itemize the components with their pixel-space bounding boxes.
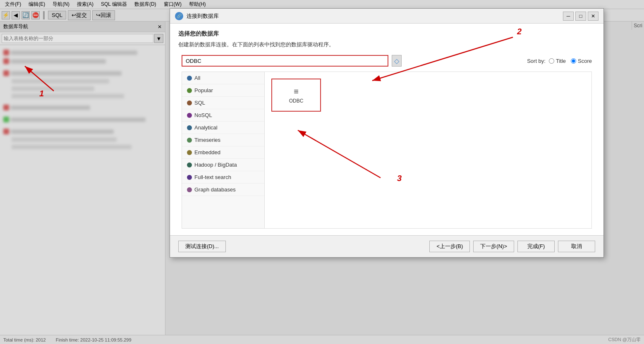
category-all-label: All	[194, 75, 200, 81]
odbc-name: ODBC	[289, 98, 304, 104]
category-list: All Popular SQL NoSQL Analytical	[182, 72, 265, 228]
search-wrapper	[182, 55, 388, 67]
driver-odbc-card[interactable]: ≡ ODBC	[271, 79, 321, 112]
category-popular-label: Popular	[194, 87, 213, 93]
sort-radio-group: Title Score	[549, 58, 592, 64]
category-popular[interactable]: Popular	[182, 84, 264, 97]
category-nosql[interactable]: NoSQL	[182, 109, 264, 122]
category-graph[interactable]: Graph databases	[182, 184, 264, 196]
category-nosql-label: NoSQL	[194, 112, 212, 118]
category-all-icon	[187, 76, 192, 81]
connect-dialog: 🔗 连接到数据库 ─ □ ✕ 选择您的数据库 创建新的数据库连接。在下面的列表中…	[170, 8, 604, 258]
sort-label: Sort by:	[527, 58, 546, 64]
category-analytical-icon	[187, 125, 192, 130]
category-fulltext-label: Full-text search	[194, 174, 231, 180]
odbc-icon: ≡	[294, 87, 299, 96]
category-all[interactable]: All	[182, 72, 264, 84]
category-fulltext[interactable]: Full-text search	[182, 171, 264, 184]
cancel-button[interactable]: 取消	[558, 241, 595, 252]
back-button[interactable]: <上一步(B)	[429, 241, 470, 252]
category-analytical-label: Analytical	[194, 124, 218, 131]
category-sql-label: SQL	[194, 100, 205, 106]
search-area: ◇ Sort by: Title Score	[178, 55, 595, 67]
category-nosql-icon	[187, 113, 192, 118]
category-embedded-icon	[187, 150, 192, 155]
category-sql[interactable]: SQL	[182, 97, 264, 109]
category-timeseries-icon	[187, 138, 192, 143]
section-title: 选择您的数据库	[178, 30, 595, 38]
category-sql-icon	[187, 100, 192, 105]
sort-area: Sort by: Title Score	[527, 58, 592, 64]
driver-grid: ≡ ODBC	[265, 72, 591, 228]
category-timeseries-label: Timeseries	[194, 137, 220, 143]
dialog-title: 🔗 连接到数据库	[175, 12, 219, 20]
search-icon-button[interactable]: ◇	[392, 55, 402, 67]
search-icon: ◇	[394, 57, 399, 65]
dialog-footer: 测试连接(D)... <上一步(B) 下一步(N)> 完成(F) 取消	[170, 235, 603, 257]
dialog-titlebar: 🔗 连接到数据库 ─ □ ✕	[170, 9, 603, 24]
category-hadoop-icon	[187, 162, 192, 167]
sort-score-label: Score	[578, 58, 592, 64]
footer-right-buttons: <上一步(B) 下一步(N)> 完成(F) 取消	[429, 241, 595, 252]
sort-score-radio[interactable]	[571, 58, 576, 64]
test-connection-button[interactable]: 测试连接(D)...	[178, 241, 226, 252]
sort-title-option[interactable]: Title	[549, 58, 566, 64]
category-embedded[interactable]: Embedded	[182, 146, 264, 159]
sort-title-label: Title	[556, 58, 566, 64]
category-embedded-label: Embedded	[194, 149, 220, 155]
dialog-body: 选择您的数据库 创建新的数据库连接。在下面的列表中找到您的数据库驱动程序。 ◇ …	[170, 24, 603, 235]
minimize-button[interactable]: ─	[563, 12, 574, 21]
close-button[interactable]: ✕	[588, 12, 599, 21]
search-input[interactable]	[182, 55, 388, 67]
category-analytical[interactable]: Analytical	[182, 122, 264, 134]
next-button[interactable]: 下一步(N)>	[473, 241, 514, 252]
content-area: All Popular SQL NoSQL Analytical	[182, 72, 592, 229]
dialog-title-icon: 🔗	[175, 12, 183, 20]
category-hadoop[interactable]: Hadoop / BigData	[182, 159, 264, 171]
category-graph-icon	[187, 187, 192, 192]
category-hadoop-label: Hadoop / BigData	[194, 162, 237, 168]
category-timeseries[interactable]: Timeseries	[182, 134, 264, 146]
dialog-description: 创建新的数据库连接。在下面的列表中找到您的数据库驱动程序。	[178, 41, 595, 48]
category-graph-label: Graph databases	[194, 186, 236, 193]
category-popular-icon	[187, 88, 192, 93]
category-fulltext-icon	[187, 175, 192, 180]
sort-score-option[interactable]: Score	[571, 58, 592, 64]
sort-title-radio[interactable]	[549, 58, 554, 64]
finish-button[interactable]: 完成(F)	[517, 241, 555, 252]
dialog-controls: ─ □ ✕	[563, 12, 599, 21]
maximize-button[interactable]: □	[575, 12, 586, 21]
dialog-title-text: 连接到数据库	[187, 12, 219, 20]
